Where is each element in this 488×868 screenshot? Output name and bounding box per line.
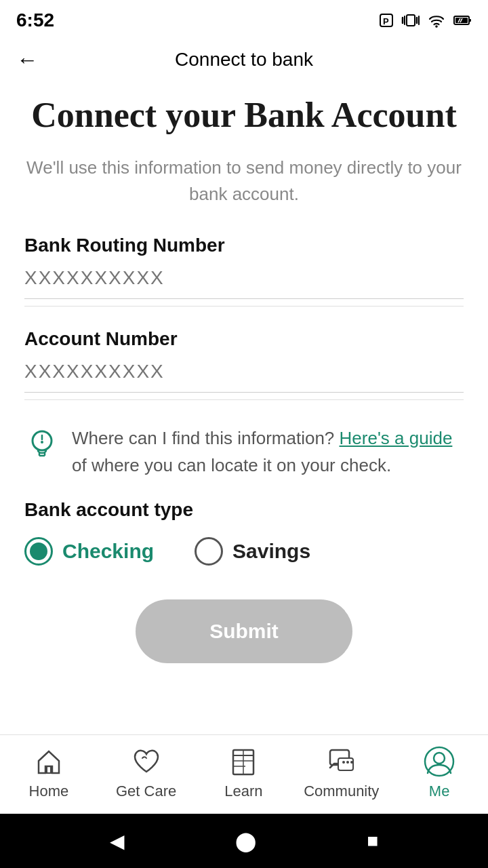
savings-label: Savings xyxy=(232,540,310,563)
parking-icon: P xyxy=(378,12,394,28)
status-icons: P xyxy=(378,12,472,28)
routing-number-label: Bank Routing Number xyxy=(24,235,464,256)
svg-point-29 xyxy=(350,761,353,764)
svg-text:P: P xyxy=(383,16,389,26)
status-time: 6:52 xyxy=(16,9,54,31)
checking-label: Checking xyxy=(62,540,154,563)
savings-option[interactable]: Savings xyxy=(195,537,310,566)
svg-point-31 xyxy=(434,753,445,764)
info-text: Where can I find this information? Here'… xyxy=(72,425,464,479)
nav-label-get-care: Get Care xyxy=(116,783,176,800)
svg-rect-10 xyxy=(469,19,471,22)
nav-label-me: Me xyxy=(429,783,450,800)
nav-label-home: Home xyxy=(29,783,69,800)
wifi-icon xyxy=(427,12,446,28)
account-type-section: Bank account type Checking Savings xyxy=(24,499,464,566)
info-suffix: of where you can locate it on your check… xyxy=(72,455,391,475)
svg-rect-2 xyxy=(407,15,415,26)
svg-point-27 xyxy=(342,761,345,764)
account-number-input[interactable] xyxy=(24,361,464,393)
svg-point-7 xyxy=(435,25,438,28)
battery-icon xyxy=(453,12,472,28)
account-number-label: Account Number xyxy=(24,328,464,350)
page-title: Connect your Bank Account xyxy=(24,95,464,136)
nav-item-get-care[interactable]: Get Care xyxy=(109,746,184,800)
book-icon xyxy=(228,746,259,777)
subtitle: We'll use this information to send money… xyxy=(24,155,464,208)
lightbulb-icon xyxy=(24,427,60,462)
nav-label-learn: Learn xyxy=(224,783,262,800)
checking-option[interactable]: Checking xyxy=(24,537,154,566)
checking-radio[interactable] xyxy=(24,537,53,566)
submit-button[interactable]: Submit xyxy=(136,599,352,663)
nav-item-learn[interactable]: Learn xyxy=(206,746,281,800)
info-question: Where can I find this information? xyxy=(72,428,334,448)
info-box: Where can I find this information? Here'… xyxy=(24,425,464,479)
main-content: Connect your Bank Account We'll use this… xyxy=(0,81,488,734)
android-nav-bar: ◀ ⬤ ■ xyxy=(0,814,488,868)
nav-label-community: Community xyxy=(304,783,379,800)
account-type-radio-group: Checking Savings xyxy=(24,537,464,566)
nav-item-home[interactable]: Home xyxy=(12,746,86,800)
svg-rect-19 xyxy=(47,766,51,773)
heart-icon xyxy=(131,746,162,777)
person-icon xyxy=(424,746,455,777)
nav-item-me[interactable]: Me xyxy=(402,746,476,800)
account-number-field: Account Number xyxy=(24,328,464,400)
android-home-button[interactable]: ⬤ xyxy=(235,830,256,852)
checking-radio-inner xyxy=(30,542,47,560)
android-recent-button[interactable]: ■ xyxy=(367,830,378,852)
account-divider xyxy=(24,399,464,400)
home-icon xyxy=(33,746,64,777)
nav-item-community[interactable]: Community xyxy=(304,746,379,800)
info-link[interactable]: Here's a guide xyxy=(340,428,453,448)
routing-number-input[interactable] xyxy=(24,267,464,299)
svg-point-30 xyxy=(425,747,453,776)
header-title: Connect to bank xyxy=(175,49,313,71)
header: ← Connect to bank xyxy=(0,38,488,81)
status-bar: 6:52 P xyxy=(0,0,488,38)
routing-divider xyxy=(24,306,464,307)
bottom-nav: Home Get Care Learn Community xyxy=(0,734,488,814)
routing-number-field: Bank Routing Number xyxy=(24,235,464,307)
svg-point-28 xyxy=(346,761,349,764)
svg-rect-26 xyxy=(338,758,353,770)
chat-icon xyxy=(326,746,357,777)
svg-point-18 xyxy=(41,441,43,443)
vibrate-icon xyxy=(401,12,420,28)
account-type-label: Bank account type xyxy=(24,499,464,521)
android-back-button[interactable]: ◀ xyxy=(110,830,125,852)
back-button[interactable]: ← xyxy=(16,47,38,73)
savings-radio[interactable] xyxy=(195,537,223,566)
